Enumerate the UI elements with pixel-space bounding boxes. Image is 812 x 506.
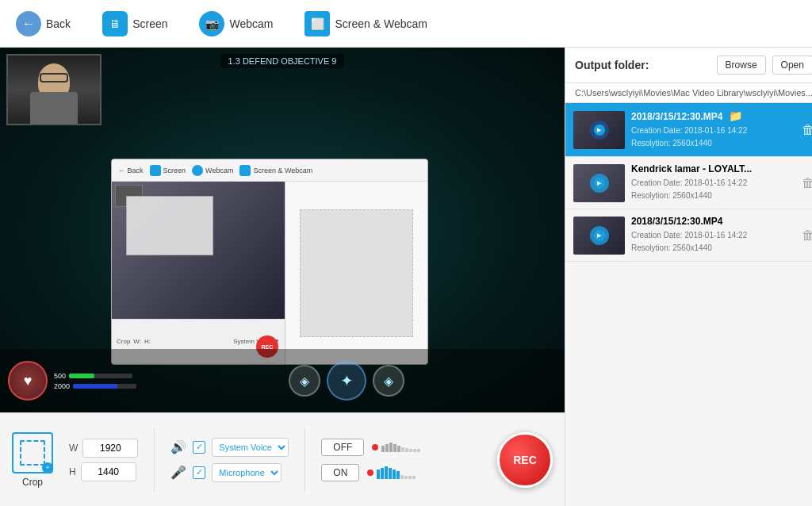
browse-button[interactable]: Browse <box>717 56 766 75</box>
meter-bar <box>404 476 408 479</box>
screen-webcam-label: Screen & Webcam <box>335 17 427 30</box>
file-info: Kendrick lamar - LOYALT... Creation Date… <box>631 163 795 202</box>
meter-bar <box>377 470 380 479</box>
delete-button[interactable]: 🗑 <box>802 123 812 137</box>
shield-value: 2000 <box>54 382 70 390</box>
ability-icon-2: ✦ <box>327 361 366 401</box>
meter-bar <box>389 443 393 452</box>
nested-recording-ui: ← Back Screen Webcam Screen & Webca <box>111 159 428 365</box>
nested-left-panel: Crop W: H: System Voice ▼ REC <box>112 182 285 364</box>
meter-bar <box>401 447 404 452</box>
meter-bar <box>412 476 416 479</box>
divider-1 <box>154 428 155 492</box>
nested-webcam: Webcam <box>192 165 233 176</box>
video-preview: 1.3 DEFEND OBJECTIVE 9 ← Back Screen <box>0 48 565 412</box>
meter-bar <box>389 468 392 479</box>
screen-button[interactable]: 🖥 Screen <box>94 6 175 41</box>
ability-icons: ◈ ✦ ◈ <box>136 361 557 401</box>
size-inputs: W H <box>69 439 138 481</box>
webcam-button[interactable]: 📷 Webcam <box>191 6 281 41</box>
meter-bar <box>400 475 404 479</box>
bottom-controls: + Crop W H 🔊 <box>0 412 565 506</box>
webcam-label: Webcam <box>229 17 273 30</box>
file-thumbnail: ▶ <box>573 111 625 149</box>
screen-webcam-button[interactable]: ⬜ Screen & Webcam <box>297 6 435 41</box>
file-item[interactable]: ▶ 2018/3/15/12:30.MP4 📁 Creation Date: 2… <box>565 103 812 157</box>
play-icon: ▶ <box>594 125 605 136</box>
on-row: ON <box>321 464 420 481</box>
nested-screen-icon <box>150 165 161 176</box>
meter-bar <box>413 449 416 452</box>
meter-bar <box>393 444 396 452</box>
crop-add-icon: + <box>42 462 53 473</box>
nested-header: ← Back Screen Webcam Screen & Webca <box>112 159 427 182</box>
off-row: OFF <box>321 439 420 456</box>
header-bar: ← Back 🖥 Screen 📷 Webcam ⬜ Screen & Webc… <box>0 0 812 48</box>
onoff-section: OFF <box>321 439 420 481</box>
file-list: ▶ 2018/3/15/12:30.MP4 📁 Creation Date: 2… <box>565 103 812 506</box>
system-voice-row: 🔊 ✓ System Voice <box>170 438 289 457</box>
nested-nested-ui <box>126 196 213 255</box>
on-button[interactable]: ON <box>321 464 359 481</box>
game-background: 1.3 DEFEND OBJECTIVE 9 ← Back Screen <box>0 48 565 412</box>
width-label: W <box>69 443 78 454</box>
meter-bars-mic <box>377 466 416 479</box>
crop-label: Crop <box>22 477 43 488</box>
nested-right-panel <box>285 182 427 364</box>
width-input[interactable] <box>82 439 138 458</box>
file-resolution: Resolytion: 2560x1440 <box>631 242 795 255</box>
meter-bars-system <box>381 443 420 452</box>
shield-fill <box>73 384 117 389</box>
play-icon: ▶ <box>594 230 605 241</box>
system-voice-select[interactable]: System Voice <box>212 438 289 457</box>
output-path: C:\Users\wsclyiyi\Movies\Mac Video Libra… <box>565 83 812 103</box>
system-voice-checkbox[interactable]: ✓ <box>193 441 205 454</box>
microphone-checkbox[interactable]: ✓ <box>193 466 205 479</box>
mic-level-meter <box>367 466 416 479</box>
delete-button[interactable]: 🗑 <box>802 228 812 243</box>
screen-icon: 🖥 <box>102 11 128 36</box>
health-value: 500 <box>54 372 66 380</box>
screen-webcam-icon: ⬜ <box>304 11 330 36</box>
mic-icon: 🎤 <box>170 465 186 480</box>
file-item[interactable]: ▶ Kendrick lamar - LOYALT... Creation Da… <box>565 157 812 209</box>
meter-bar <box>381 446 385 452</box>
health-bar <box>69 374 132 378</box>
health-bars: 500 2000 <box>54 372 136 390</box>
game-bottom-hud: ♥ 500 2000 <box>0 349 565 412</box>
rec-button[interactable]: REC <box>497 432 553 488</box>
divider-2 <box>304 428 305 492</box>
height-input[interactable] <box>81 462 136 481</box>
file-resolution: Resolytion: 2560x1440 <box>631 137 795 150</box>
ability-icon-3: ◈ <box>373 365 404 397</box>
file-creation: Creation Date: 2018-01-16 14:22 <box>631 177 795 190</box>
main-content: 1.3 DEFEND OBJECTIVE 9 ← Back Screen <box>0 48 812 506</box>
nested-sw: Screen & Webcam <box>239 165 312 176</box>
webcam-icon: 📷 <box>199 11 224 36</box>
play-icon: ▶ <box>594 178 605 189</box>
file-creation: Creation Date: 2018-01-16 14:22 <box>631 125 795 137</box>
nested-preview <box>112 182 285 319</box>
file-info: 2018/3/15/12:30.MP4 Creation Date: 2018-… <box>631 216 795 255</box>
file-item[interactable]: ▶ 2018/3/15/12:30.MP4 Creation Date: 201… <box>565 209 812 262</box>
health-fill <box>69 374 94 378</box>
meter-bar <box>405 448 408 452</box>
height-row: H <box>69 462 138 481</box>
crop-button[interactable]: + <box>12 432 53 473</box>
nested-body: Crop W: H: System Voice ▼ REC <box>112 182 427 364</box>
meter-bar <box>409 449 412 452</box>
microphone-select[interactable]: Microphone <box>212 463 282 482</box>
back-button[interactable]: ← Back <box>8 6 79 41</box>
open-button[interactable]: Open <box>772 56 812 75</box>
file-thumbnail: ▶ <box>573 217 625 255</box>
health-row: 500 <box>54 372 136 380</box>
height-label: H <box>69 466 76 477</box>
nested-back: ← Back <box>118 167 144 174</box>
game-objective: 1.3 DEFEND OBJECTIVE 9 <box>220 54 345 68</box>
volume-icon: 🔊 <box>170 439 186 454</box>
meter-dot-red-2 <box>367 470 373 476</box>
delete-button[interactable]: 🗑 <box>802 176 812 190</box>
file-thumbnail: ▶ <box>573 164 625 202</box>
off-button[interactable]: OFF <box>321 439 364 456</box>
width-row: W <box>69 439 138 458</box>
